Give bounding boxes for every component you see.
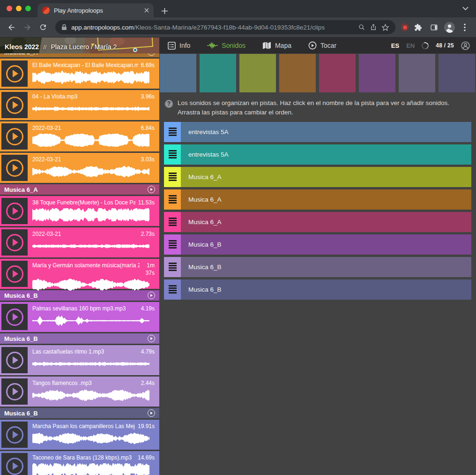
breadcrumb-scene[interactable]: Plaza Lucero / María 2: [51, 43, 117, 51]
scene-map-thumbnail[interactable]: Kleos 2022 // Plaza Lucero / María 2: [0, 38, 159, 53]
clip-play-button[interactable]: [1, 198, 28, 224]
nav-item-tocar[interactable]: Tocar: [308, 41, 336, 50]
track-section-header[interactable]: Musica 6_B: [0, 333, 159, 344]
zoom-window-button[interactable]: [25, 6, 31, 11]
track-name[interactable]: Musica 6_B: [181, 257, 471, 277]
account-icon[interactable]: [461, 41, 470, 50]
clip-waveform[interactable]: [32, 431, 149, 445]
side-panel-icon[interactable]: [427, 21, 440, 34]
section-play-icon[interactable]: [148, 53, 155, 56]
clip-item[interactable]: María y Germán solamente música(maría 2.…: [0, 259, 159, 289]
section-play-icon[interactable]: [148, 186, 155, 193]
track-drag-handle[interactable]: [164, 234, 181, 255]
clip-item[interactable]: El Baile Mexicapan - El Baile Mexicapan.…: [0, 59, 159, 89]
bookmark-star-icon[interactable]: [381, 23, 389, 31]
track-name[interactable]: Musica 6_B: [181, 279, 471, 300]
clip-item[interactable]: Taconeo de Sara Baras (128 kbps).mp314.6…: [0, 451, 159, 475]
nav-item-info[interactable]: Info: [168, 42, 190, 50]
lock-icon[interactable]: [61, 24, 67, 30]
palette-swatch[interactable]: [359, 54, 395, 92]
clip-item[interactable]: 2022-03-216.84s: [0, 121, 159, 151]
close-window-button[interactable]: [7, 6, 12, 11]
clip-waveform[interactable]: [32, 102, 149, 116]
back-button[interactable]: [5, 21, 18, 34]
clip-play-button[interactable]: [1, 261, 28, 287]
track-section-header[interactable]: Musica 6_A: [0, 184, 159, 195]
clip-play-button[interactable]: [1, 123, 28, 150]
tab-search-chevron-icon[interactable]: [462, 7, 469, 10]
address-bar[interactable]: app.antropoloops.com/Kleos-Santa-Marina/…: [55, 20, 395, 34]
track-drag-handle[interactable]: [164, 212, 181, 232]
palette-swatch[interactable]: [200, 54, 236, 92]
browser-tab[interactable]: Play Antropoloops: [37, 3, 154, 17]
palette-swatch[interactable]: [319, 54, 356, 92]
clip-play-button[interactable]: [1, 453, 28, 475]
language-en-button[interactable]: EN: [406, 42, 415, 49]
track-section-header[interactable]: Musica 6_A: [0, 53, 159, 57]
palette-swatch[interactable]: [160, 54, 196, 92]
clip-item[interactable]: 2022-03-213.03s: [0, 153, 159, 183]
clip-item[interactable]: Palmas sevillanas 160 bpm mp3.mp34.19s: [0, 302, 159, 332]
clip-waveform[interactable]: [32, 70, 149, 84]
clip-waveform[interactable]: [32, 314, 149, 328]
track-drag-handle[interactable]: [164, 167, 181, 187]
clip-waveform[interactable]: [32, 463, 149, 475]
clip-item[interactable]: 04 - La Visita.mp33.96s: [0, 90, 159, 120]
clip-waveform[interactable]: [32, 388, 149, 402]
clip-waveform[interactable]: [32, 133, 149, 147]
clip-play-button[interactable]: [1, 304, 28, 330]
track-name[interactable]: entrevistas 5A: [181, 144, 471, 165]
clip-waveform[interactable]: [32, 208, 149, 222]
language-es-button[interactable]: ES: [391, 42, 399, 49]
share-icon[interactable]: [370, 23, 377, 31]
clip-waveform[interactable]: [32, 278, 149, 292]
clip-item[interactable]: 38 Toque Funebre(Muerte) - Los Doce Par.…: [0, 196, 159, 226]
zoom-page-icon[interactable]: [358, 23, 365, 31]
track-drag-handle[interactable]: [164, 122, 181, 142]
clip-waveform[interactable]: [32, 239, 149, 253]
track-drag-handle[interactable]: [164, 189, 181, 210]
clip-item[interactable]: Marcha Pasan los campanilleros Las Mejor…: [0, 420, 159, 450]
palette-swatch[interactable]: [439, 54, 475, 92]
clip-play-button[interactable]: [1, 60, 28, 87]
section-play-icon[interactable]: [148, 292, 155, 299]
track-name[interactable]: entrevistas 5A: [181, 122, 471, 142]
palette-swatch[interactable]: [239, 54, 276, 92]
clip-play-button[interactable]: [1, 378, 28, 405]
clip-item[interactable]: Tangos flamencos .mp32.44s: [0, 377, 159, 407]
clip-item[interactable]: 2022-03-212.73s: [0, 227, 159, 257]
breadcrumb-project[interactable]: Kleos 2022: [5, 43, 39, 51]
clip-play-button[interactable]: [1, 347, 28, 373]
section-play-icon[interactable]: [148, 409, 155, 417]
browser-menu-kebab-icon[interactable]: [458, 21, 471, 34]
reload-button[interactable]: [37, 21, 50, 34]
track-drag-handle[interactable]: [164, 257, 181, 277]
track-drag-handle[interactable]: [164, 144, 181, 165]
clip-play-button[interactable]: [1, 422, 28, 448]
forward-button[interactable]: [21, 21, 34, 34]
clip-play-button[interactable]: [1, 155, 28, 181]
record-extension-icon[interactable]: [401, 23, 409, 31]
section-play-icon[interactable]: [148, 335, 155, 342]
track-section-header[interactable]: Musica 6_B: [0, 290, 159, 301]
track-section-header[interactable]: Musica 6_B: [0, 408, 159, 418]
nav-item-mapa[interactable]: Mapa: [262, 42, 291, 49]
palette-swatch[interactable]: [399, 54, 435, 92]
clip-waveform[interactable]: [32, 357, 149, 371]
profile-avatar[interactable]: [443, 21, 455, 33]
track-name[interactable]: Musica 6_A: [181, 212, 471, 232]
clip-waveform[interactable]: [32, 165, 149, 179]
tab-close-icon[interactable]: [144, 8, 149, 13]
clip-item[interactable]: Las castañuelas ritmo 1.mp34.79s: [0, 345, 159, 375]
clip-play-button[interactable]: [1, 229, 28, 256]
track-name[interactable]: Musica 6_B: [181, 234, 471, 255]
new-tab-button[interactable]: [161, 8, 168, 15]
track-name[interactable]: Musica 6_A: [181, 189, 471, 210]
clip-play-button[interactable]: [1, 92, 28, 118]
track-name[interactable]: Musica 6_A: [181, 167, 471, 187]
palette-swatch[interactable]: [279, 54, 316, 92]
extensions-puzzle-icon[interactable]: [411, 21, 424, 34]
nav-item-sonidos[interactable]: Sonidos: [207, 42, 245, 49]
minimize-window-button[interactable]: [16, 6, 22, 11]
track-drag-handle[interactable]: [164, 279, 181, 300]
